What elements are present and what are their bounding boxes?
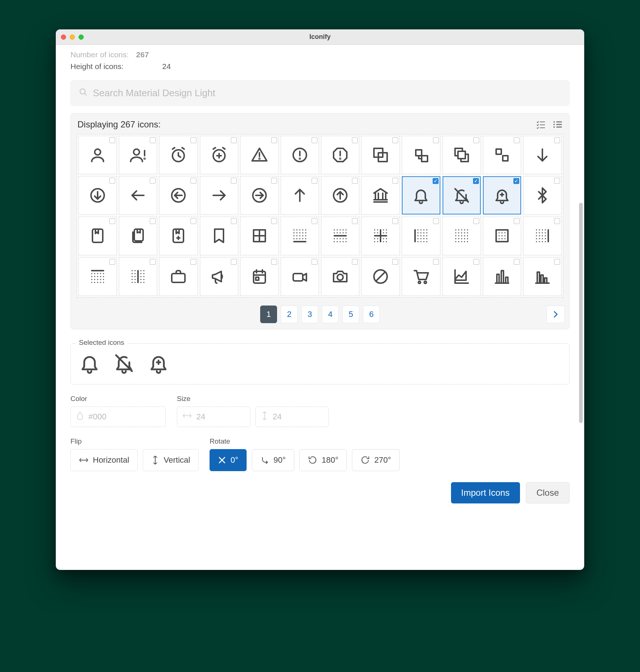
close-button[interactable]: Close xyxy=(526,482,570,503)
search-bar[interactable] xyxy=(70,80,570,106)
icon-cell-arrow-down-circle[interactable] xyxy=(79,176,117,214)
svg-rect-46 xyxy=(134,229,143,241)
view-list-icon[interactable] xyxy=(553,120,563,129)
icon-cell-camcorder[interactable] xyxy=(281,257,319,296)
icon-cell-alarm-plus[interactable] xyxy=(200,136,238,174)
icon-cell-arrange-bring-forward[interactable] xyxy=(361,136,400,174)
icon-cell-border-none[interactable] xyxy=(443,217,481,255)
svg-point-156 xyxy=(455,230,456,231)
icon-cell-bell-off[interactable] xyxy=(443,176,481,214)
page-2-button[interactable]: 2 xyxy=(281,306,298,323)
icon-cell-bell[interactable] xyxy=(402,176,440,214)
icon-cell-bookmark[interactable] xyxy=(200,217,238,255)
width-input-wrap[interactable] xyxy=(177,407,250,427)
minimize-window-button[interactable] xyxy=(70,35,75,40)
icon-cell-book-plus[interactable] xyxy=(159,217,197,255)
svg-point-78 xyxy=(334,230,335,231)
svg-point-160 xyxy=(467,230,468,231)
icon-cell-arrange-send-to-back[interactable] xyxy=(483,136,521,174)
icon-cell-border-vertical[interactable] xyxy=(119,257,157,296)
icon-cell-arrow-right-circle[interactable] xyxy=(240,176,279,214)
next-page-button[interactable] xyxy=(546,306,565,323)
svg-point-58 xyxy=(296,232,297,234)
icon-cell-arrow-right[interactable] xyxy=(200,176,238,214)
icon-cell-border-right[interactable] xyxy=(523,217,561,255)
icon-cell-arrow-left-circle[interactable] xyxy=(159,176,197,214)
icon-cell-cancel[interactable] xyxy=(361,257,400,296)
icon-cell-bell-plus[interactable] xyxy=(483,176,521,214)
icon-cell-arrange-bring-to-front[interactable] xyxy=(443,136,481,174)
selected-icon-bell[interactable] xyxy=(79,353,100,374)
view-checklist-icon[interactable] xyxy=(536,120,546,129)
svg-point-102 xyxy=(346,241,347,242)
svg-point-12 xyxy=(134,149,139,155)
svg-point-231 xyxy=(100,276,101,277)
icon-cell-border-horizontal[interactable] xyxy=(321,217,359,255)
icon-cell-briefcase[interactable] xyxy=(159,257,197,296)
svg-point-197 xyxy=(536,232,537,234)
checkbox-icon xyxy=(433,259,439,265)
zoom-window-button[interactable] xyxy=(79,35,84,40)
rotate-270-button[interactable]: 270° xyxy=(352,449,400,471)
icon-cell-book-multiple[interactable] xyxy=(119,217,157,255)
selected-icon-bell-off[interactable] xyxy=(113,353,135,374)
icon-cell-calendar[interactable] xyxy=(240,257,279,296)
rotate-180-button[interactable]: 180° xyxy=(299,449,347,471)
icon-cell-bluetooth[interactable] xyxy=(523,176,561,214)
icon-cell-cart[interactable] xyxy=(402,257,440,296)
svg-point-210 xyxy=(545,238,546,239)
color-input[interactable] xyxy=(88,412,121,422)
page-1-button[interactable]: 1 xyxy=(260,306,277,323)
icon-cell-alert-circle[interactable] xyxy=(281,136,319,174)
checkbox-icon xyxy=(554,178,560,184)
svg-point-212 xyxy=(536,241,537,242)
scrollbar[interactable] xyxy=(579,203,583,423)
icon-cell-account-alert[interactable] xyxy=(119,136,157,174)
page-6-button[interactable]: 6 xyxy=(363,306,380,323)
icon-cell-border-top[interactable] xyxy=(79,257,117,296)
icon-cell-alarm[interactable] xyxy=(159,136,197,174)
icon-cell-camera[interactable] xyxy=(321,257,359,296)
svg-point-227 xyxy=(103,273,104,274)
flip-horizontal-button[interactable]: Horizontal xyxy=(70,449,138,471)
icon-cell-border-left[interactable] xyxy=(402,217,440,255)
height-input-wrap[interactable] xyxy=(255,407,329,427)
svg-point-225 xyxy=(97,273,98,274)
icon-cell-chart-histogram[interactable] xyxy=(523,257,561,296)
flip-vertical-button[interactable]: Vertical xyxy=(143,449,199,471)
close-window-button[interactable] xyxy=(61,35,66,40)
icon-cell-account[interactable] xyxy=(79,136,117,174)
icon-cell-arrow-down[interactable] xyxy=(523,136,561,174)
icon-cell-arrow-up[interactable] xyxy=(281,176,319,214)
icon-cell-alert-octagon[interactable] xyxy=(321,136,359,174)
icon-cell-border-inside[interactable] xyxy=(361,217,400,255)
svg-point-250 xyxy=(135,273,136,274)
checkbox-icon xyxy=(554,218,560,224)
icon-cell-border-all[interactable] xyxy=(240,217,279,255)
color-input-wrap[interactable] xyxy=(70,407,166,427)
icon-cell-bank[interactable] xyxy=(361,176,400,214)
icon-cell-bullhorn[interactable] xyxy=(200,257,238,296)
import-icons-button[interactable]: Import Icons xyxy=(451,482,520,503)
rotate-0-button[interactable]: 0° xyxy=(210,449,247,471)
icon-cell-arrange-send-backward[interactable] xyxy=(402,136,440,174)
icon-cell-border-bottom[interactable] xyxy=(281,217,319,255)
page-5-button[interactable]: 5 xyxy=(342,306,359,323)
height-input[interactable] xyxy=(272,412,305,422)
icon-cell-chart-areaspline[interactable] xyxy=(443,257,481,296)
page-3-button[interactable]: 3 xyxy=(301,306,318,323)
icon-cell-arrow-up-circle[interactable] xyxy=(321,176,359,214)
svg-point-239 xyxy=(94,282,95,283)
width-input[interactable] xyxy=(196,412,229,422)
svg-point-247 xyxy=(141,270,142,271)
icon-cell-book[interactable] xyxy=(79,217,117,255)
search-input[interactable] xyxy=(92,87,561,99)
icon-cell-alert[interactable] xyxy=(240,136,279,174)
page-4-button[interactable]: 4 xyxy=(322,306,339,323)
selected-icon-bell-plus[interactable] xyxy=(148,353,169,374)
checkbox-icon xyxy=(473,259,479,265)
rotate-90-button[interactable]: 90° xyxy=(252,449,294,471)
icon-cell-arrow-left[interactable] xyxy=(119,176,157,214)
icon-cell-border-outside[interactable] xyxy=(483,217,521,255)
icon-cell-chart-bar[interactable] xyxy=(483,257,521,296)
